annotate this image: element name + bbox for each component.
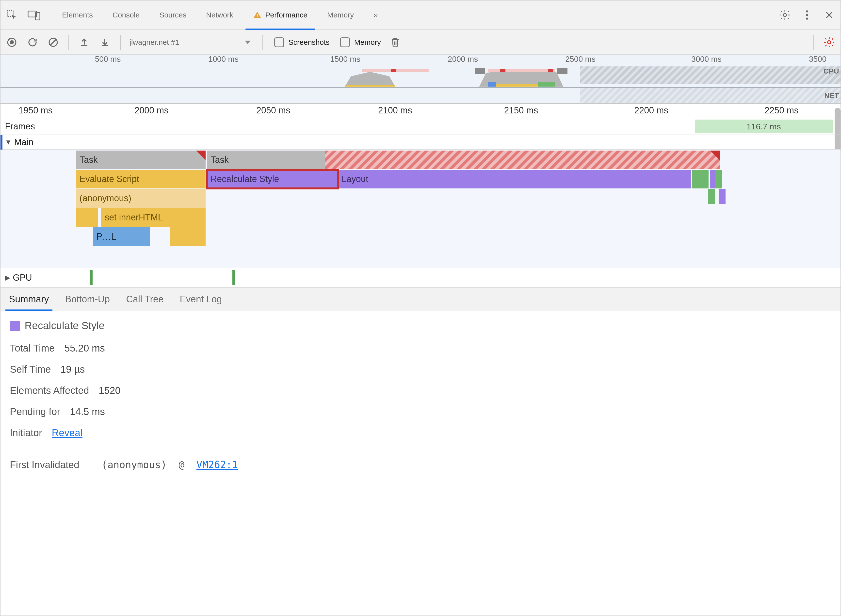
overview-tick: 3500 [809,54,826,64]
track-main-header[interactable]: ▼ Main [0,135,841,150]
divider [45,6,45,23]
flame-small[interactable] [715,170,722,188]
flame-small[interactable] [719,189,726,204]
overview-tick: 1500 ms [330,54,360,64]
tab-label: Sources [159,11,186,19]
detail-tick: 2250 ms [765,105,798,116]
panel-tabs: Elements Console Sources Network Perform… [52,0,388,30]
inspect-element-icon[interactable] [6,9,18,21]
checkbox-icon [340,37,350,47]
tab-console[interactable]: Console [103,0,150,30]
overview-handle-right[interactable] [557,68,568,74]
gpu-tick[interactable] [90,270,93,285]
divider [68,35,69,50]
flame-chunk[interactable] [170,227,205,246]
flame-recalculate-style[interactable]: Recalculate Style [207,170,338,188]
tab-bottom-up[interactable]: Bottom-Up [62,287,113,311]
overview-net-label: NET [824,91,839,100]
tab-summary[interactable]: Summary [6,287,53,311]
warning-icon [253,10,262,19]
overview-tick: 3000 ms [691,54,722,64]
overview-cpu-hatch [580,66,841,84]
detail-tick: 1950 ms [18,105,53,116]
reload-record-icon[interactable] [26,36,39,49]
garbage-collect-icon[interactable] [389,36,401,49]
recording-name: jlwagner.net #1 [129,38,179,47]
recording-selector[interactable]: jlwagner.net #1 [129,38,254,47]
chevron-down-icon[interactable]: ▼ [5,138,12,146]
settings-gear-icon[interactable] [778,9,791,21]
record-button-icon[interactable] [6,36,18,49]
svg-rect-4 [257,16,258,17]
summary-self-time: Self Time 19 µs [10,362,831,377]
flame-evaluate-script[interactable]: Evaluate Script [76,170,205,188]
clear-icon[interactable] [47,36,60,49]
download-icon[interactable] [99,36,111,49]
flame-task[interactable]: Task [207,151,719,169]
tab-label: Console [113,11,140,19]
performance-toolbar: jlwagner.net #1 Screenshots Memory [0,30,841,54]
detail-tick: 2200 ms [634,105,668,116]
tab-label: Elements [62,11,93,19]
flame-chunk[interactable] [76,208,98,227]
overview-handle-left[interactable] [475,68,485,74]
track-frames[interactable]: Frames 116.7 ms [0,118,841,135]
flame-small[interactable] [708,189,715,204]
screenshots-label: Screenshots [288,38,330,47]
tab-label: » [373,11,378,19]
memory-checkbox[interactable]: Memory [340,37,381,47]
flame-paint[interactable] [692,170,709,188]
flame-layout[interactable]: Layout [338,170,691,188]
detail-tabs: Summary Bottom-Up Call Tree Event Log [0,287,841,311]
overview-marker [548,69,553,72]
chevron-right-icon[interactable]: ▶ [5,274,10,282]
device-toggle-icon[interactable] [28,9,40,21]
overview-strip[interactable]: 500 ms1000 ms1500 ms2000 ms2500 ms3000 m… [0,54,841,104]
frame-bar[interactable]: 116.7 ms [695,120,833,133]
tab-network[interactable]: Network [196,0,243,30]
capture-settings-gear-icon[interactable] [823,36,835,49]
screenshots-checkbox[interactable]: Screenshots [274,37,330,47]
detail-tick: 2000 ms [134,105,168,116]
svg-point-7 [806,14,808,16]
flamechart[interactable]: Task Task Evaluate Script Recalculate St… [0,150,841,287]
divider [262,35,263,50]
flame-anonymous[interactable]: (anonymous) [76,189,205,208]
tabbar-left-icons [6,9,40,21]
gpu-tick[interactable] [232,270,235,285]
overview-marker [391,69,396,72]
overview-tick: 500 ms [95,54,121,64]
overview-marker [500,69,505,72]
tab-more[interactable]: » [364,0,388,30]
svg-point-10 [10,40,14,44]
detail-tick: 2150 ms [504,105,538,116]
tab-performance[interactable]: Performance [243,0,318,30]
tab-event-log[interactable]: Event Log [176,287,225,311]
kebab-menu-icon[interactable] [801,9,813,21]
track-gpu-label: ▶ GPU [0,273,65,283]
flame-task[interactable]: Task [76,151,205,169]
summary-elements-affected: Elements Affected 1520 [10,383,831,398]
memory-label: Memory [354,38,381,47]
tab-sources[interactable]: Sources [150,0,196,30]
summary-total-time: Total Time 55.20 ms [10,341,831,355]
first-invalidated-loc: (anonymous) @ VM262:1 [101,457,238,472]
vm-location-link[interactable]: VM262:1 [197,459,238,470]
track-frames-label: Frames [0,121,65,132]
flame-parse-html[interactable]: P…L [93,227,150,246]
tab-label: Memory [327,11,354,19]
svg-point-12 [828,41,831,44]
flame-set-innerhtml[interactable]: set innerHTML [101,208,205,227]
detail-ruler[interactable]: 1950 ms2000 ms2050 ms2100 ms2150 ms2200 … [0,104,841,118]
track-gpu[interactable]: ▶ GPU [0,268,841,287]
tab-elements[interactable]: Elements [52,0,103,30]
overview-tick: 1000 ms [208,54,238,64]
upload-icon[interactable] [78,36,91,49]
overview-cpu-label: CPU [823,67,839,75]
initiator-reveal-link[interactable]: Reveal [52,427,82,438]
summary-title: Recalculate Style [10,318,831,333]
tab-memory[interactable]: Memory [318,0,364,30]
tab-call-tree[interactable]: Call Tree [123,287,167,311]
close-icon[interactable] [823,9,835,21]
overview-tick: 2500 ms [565,54,595,64]
